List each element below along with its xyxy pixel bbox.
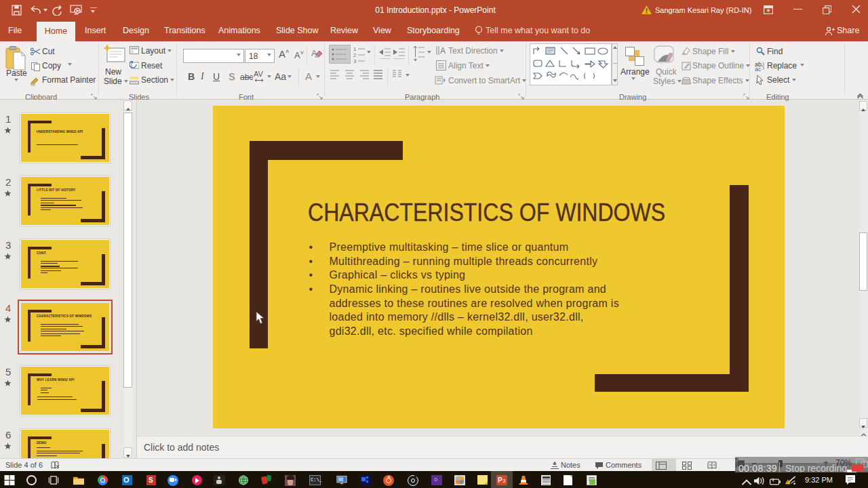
svg-text:A: A [440, 46, 446, 56]
svg-text:1: 1 [353, 47, 357, 52]
svg-text:ac: ac [755, 66, 762, 71]
svg-text:3: 3 [353, 58, 357, 63]
svg-text:2: 2 [353, 52, 357, 58]
svg-text:AV: AV [254, 70, 264, 78]
